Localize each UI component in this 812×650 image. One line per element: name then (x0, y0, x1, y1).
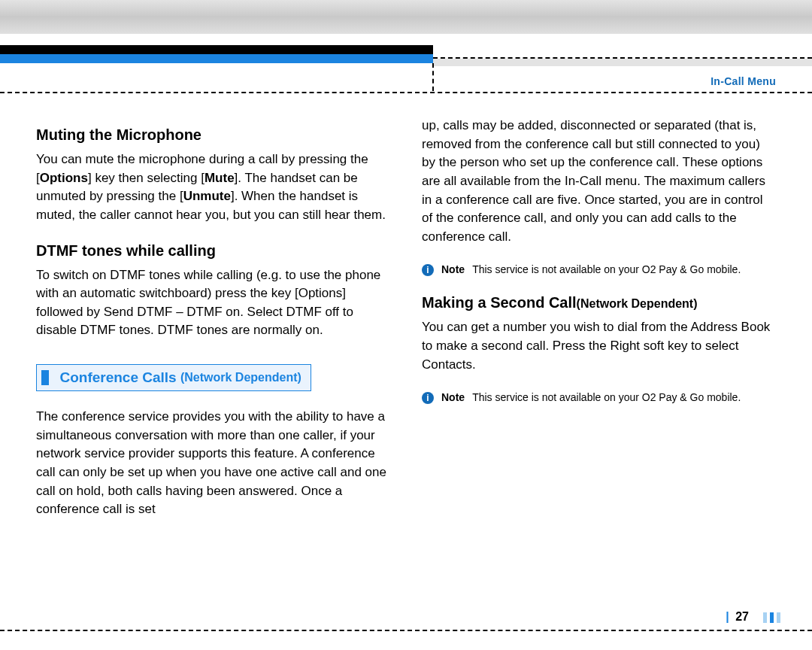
callout-bar-icon (41, 370, 49, 385)
note-label: Note (441, 391, 465, 405)
document-page: In-Call Menu Muting the Microphone You c… (0, 0, 812, 650)
heading-main: Making a Second Call (422, 294, 577, 311)
page-number-value: 27 (735, 610, 749, 623)
bold-unmute: Unmute (183, 189, 231, 203)
info-icon: i (422, 264, 434, 276)
paragraph-conference-continued: up, calls may be added, disconnected or … (422, 117, 776, 246)
paragraph-muting: You can mute the microphone during a cal… (36, 150, 390, 225)
text: ] key then selecting [ (88, 171, 205, 185)
page-corner-bars (763, 612, 780, 623)
top-blue-bar (0, 54, 433, 63)
page-number-separator-icon: | (726, 610, 729, 623)
callout-title: Conference Calls (59, 369, 180, 385)
paragraph-dtmf: To switch on DTMF tones while calling (e… (36, 266, 390, 341)
left-column: Muting the Microphone You can mute the m… (36, 117, 390, 536)
vertical-dashed-divider (432, 63, 434, 91)
note-row-1: i Note This service is not available on … (422, 263, 776, 277)
heading-dtmf: DTMF tones while calling (36, 241, 390, 260)
top-divider-gradient (0, 0, 812, 34)
heading-sub: (Network Dependent) (577, 297, 698, 310)
bold-mute: Mute (205, 171, 235, 185)
section-header-label: In-Call Menu (710, 75, 776, 87)
note-text: This service is not available on your O2… (472, 263, 741, 277)
page-number: | 27 (726, 610, 749, 624)
note-text: This service is not available on your O2… (472, 390, 741, 405)
lower-full-dashed-line (0, 630, 812, 631)
paragraph-conference: The conference service provides you with… (36, 408, 390, 519)
callout-subtitle: (Network Dependent) (180, 371, 301, 384)
note-label: Note (441, 263, 465, 277)
top-black-bar (0, 45, 433, 54)
upper-full-dashed-line (0, 92, 812, 93)
heading-second-call: Making a Second Call(Network Dependent) (422, 293, 776, 312)
callout-conference-calls: Conference Calls (Network Dependent) (36, 364, 311, 391)
bold-options: Options (40, 171, 88, 185)
top-right-gray-strip (433, 59, 812, 66)
content-columns: Muting the Microphone You can mute the m… (36, 117, 776, 536)
right-column: up, calls may be added, disconnected or … (422, 117, 776, 536)
decor-bar (763, 612, 767, 623)
decor-bar (770, 612, 774, 623)
paragraph-second-call: You can get a number you wish to dial fr… (422, 318, 776, 374)
note-row-2: i Note This service is not available on … (422, 390, 776, 405)
heading-muting-microphone: Muting the Microphone (36, 126, 390, 144)
decor-bar (777, 612, 780, 623)
info-icon: i (422, 392, 434, 404)
